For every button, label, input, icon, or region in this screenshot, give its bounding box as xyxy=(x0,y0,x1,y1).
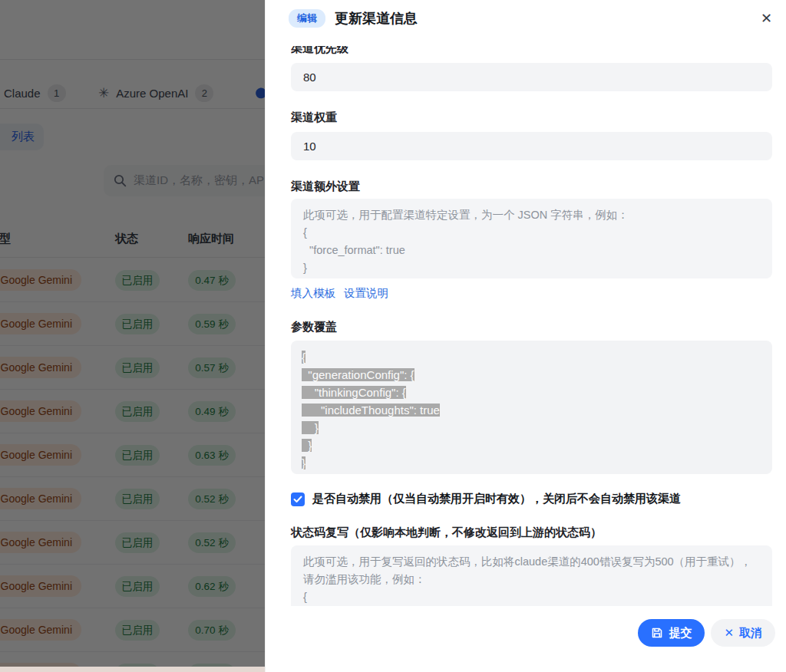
weight-label: 渠道权重 xyxy=(291,109,772,125)
cancel-x-icon: ✕ xyxy=(724,626,734,640)
update-channel-drawer: 编辑 更新渠道信息 ✕ 渠道优先级 渠道权重 渠道额外设置 填入模板 设置说明 … xyxy=(265,0,786,672)
settings-doc-link[interactable]: 设置说明 xyxy=(344,286,388,301)
auto-disable-label: 是否自动禁用（仅当自动禁用开启时有效），关闭后不会自动禁用该渠道 xyxy=(312,492,681,506)
edit-mode-badge: 编辑 xyxy=(289,9,325,28)
fill-template-link[interactable]: 填入模板 xyxy=(291,286,335,301)
extra-settings-textarea[interactable] xyxy=(291,199,772,278)
auto-disable-checkbox[interactable] xyxy=(291,492,305,506)
extra-settings-label: 渠道额外设置 xyxy=(291,178,772,194)
drawer-title: 更新渠道信息 xyxy=(335,9,418,28)
drawer-footer: 提交 ✕ 取消 xyxy=(266,606,786,672)
status-rewrite-textarea[interactable] xyxy=(291,545,772,606)
submit-label: 提交 xyxy=(669,626,692,641)
cancel-button[interactable]: ✕ 取消 xyxy=(711,619,775,647)
helper-links-row: 填入模板 设置说明 xyxy=(291,286,772,301)
cancel-label: 取消 xyxy=(739,626,762,641)
param-override-code-editor[interactable]: { "generationConfig": { "thinkingConfig"… xyxy=(291,341,772,474)
submit-button[interactable]: 提交 xyxy=(638,619,705,647)
priority-input[interactable] xyxy=(291,63,772,91)
auto-disable-row: 是否自动禁用（仅当自动禁用开启时有效），关闭后不会自动禁用该渠道 xyxy=(291,492,772,506)
app-root: Claude 1 ✳ Azure OpenAI 2 列表 渠道ID，名称，密钥，… xyxy=(0,0,786,672)
check-icon xyxy=(293,496,302,503)
save-icon xyxy=(651,627,663,639)
priority-label: 渠道优先级 xyxy=(291,46,772,56)
param-override-label: 参数覆盖 xyxy=(291,318,772,334)
weight-input[interactable] xyxy=(291,132,772,160)
drawer-header: 编辑 更新渠道信息 ✕ xyxy=(266,0,786,37)
drawer-form: 渠道优先级 渠道权重 渠道额外设置 填入模板 设置说明 参数覆盖 { "gene… xyxy=(266,37,786,606)
status-rewrite-label: 状态码复写（仅影响本地判断，不修改返回到上游的状态码） xyxy=(291,524,772,540)
priority-label-clipped: 渠道优先级 xyxy=(291,46,772,56)
close-icon[interactable]: ✕ xyxy=(761,12,772,25)
